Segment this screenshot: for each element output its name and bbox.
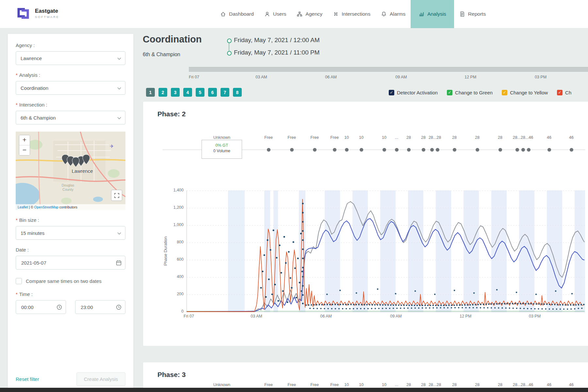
date-input[interactable] — [21, 260, 121, 266]
chevron-down-icon — [117, 117, 121, 119]
leaflet-link[interactable]: Leaflet — [18, 205, 28, 209]
time-from-input[interactable] — [21, 304, 61, 310]
pattern-label: 46 — [547, 135, 551, 140]
change-to-yellow-checkbox[interactable]: ✓ — [502, 90, 507, 95]
intersection-select[interactable]: 6th & Champion — [16, 111, 125, 124]
time-to-input[interactable] — [80, 304, 121, 310]
phase-button-6[interactable]: 6 — [208, 88, 217, 97]
pattern-label: 28 — [452, 383, 457, 387]
pattern-label: 28...28...46 — [513, 383, 533, 387]
pattern-dot — [515, 148, 519, 152]
phase-button-8[interactable]: 8 — [233, 88, 242, 97]
pattern-label: 46 — [569, 383, 574, 387]
pattern-label: ... — [395, 135, 398, 140]
x-tick: 03 AM — [251, 314, 262, 318]
pattern-dot — [360, 148, 363, 152]
y-tick: 1,000 — [162, 222, 184, 227]
range-end-text: Friday, May 7, 2021 / 11:00 PM — [234, 49, 319, 56]
phase-button-3[interactable]: 3 — [171, 88, 180, 97]
bar-chart-icon — [418, 11, 424, 17]
time-to-field[interactable] — [75, 300, 125, 314]
brand-logo[interactable]: Eastgate SOFTWARE — [16, 7, 59, 20]
legend-detector-activation: ✓ Detector Activation — [389, 88, 438, 97]
time-label: *Time : — [16, 291, 125, 297]
timeline-tick: 03 PM — [535, 75, 547, 79]
nav-item-users[interactable]: Users — [259, 0, 291, 28]
zoom-in-button[interactable]: + — [19, 135, 30, 145]
nav-item-intersections[interactable]: Intersections — [328, 0, 376, 28]
pattern-dot — [267, 148, 270, 152]
pattern-label: Unknown — [213, 135, 230, 140]
osm-link[interactable]: OpenStreetMap — [34, 205, 58, 209]
y-tick: 0 — [162, 309, 184, 314]
reset-filter-link[interactable]: Reset filter — [16, 376, 39, 382]
page-subtitle: 6th & Champion — [143, 52, 180, 57]
intersection-label: *Intersection : — [16, 102, 125, 107]
required-marker: * — [16, 291, 18, 297]
nav-item-dashboard[interactable]: Dashboard — [215, 0, 259, 28]
phase-2-pattern-strip: Unknown 0% GT 0 Volume Free Free Free Fr… — [143, 133, 585, 165]
pattern-label: 28 — [406, 135, 411, 140]
detector-activation-checkbox[interactable]: ✓ — [389, 90, 394, 95]
unknown-pattern-box: 0% GT 0 Volume — [202, 140, 242, 159]
pattern-label: 28...28 — [429, 135, 441, 140]
zoom-out-button[interactable]: − — [19, 145, 30, 155]
legend-change-to-yellow: ✓ Change to Yellow — [502, 88, 548, 97]
pattern-label: Free — [330, 135, 339, 140]
pattern-dot — [290, 148, 294, 152]
map-attribution: Leaflet | © OpenStreetMap contributors — [16, 204, 125, 210]
range-connector — [229, 42, 229, 51]
nav-item-agency[interactable]: Agency — [291, 0, 328, 28]
pattern-dot — [498, 148, 502, 152]
calendar-icon — [116, 260, 122, 266]
nav-label: Agency — [305, 11, 322, 17]
intersection-map[interactable]: Lawrence DouglasCounty ✈ + − Leaflet | ©… — [16, 132, 125, 210]
y-tick: 1,200 — [162, 205, 184, 210]
phase-button-5[interactable]: 5 — [196, 88, 204, 97]
brand-name: Eastgate — [35, 8, 59, 14]
create-analysis-button[interactable]: Create Analysis — [76, 372, 125, 386]
pattern-dot — [453, 148, 456, 152]
x-tick: 06 AM — [320, 314, 332, 318]
nav-item-alarms[interactable]: Alarms — [376, 0, 411, 28]
fullscreen-button[interactable] — [111, 190, 122, 201]
crossing-arrows-icon — [333, 11, 339, 17]
pattern-label: 46 — [569, 135, 574, 140]
required-marker: * — [16, 102, 18, 107]
pattern-dot — [570, 148, 573, 152]
nav-item-analysis[interactable]: Analysis — [411, 0, 454, 28]
brand-subtitle: SOFTWARE — [35, 15, 59, 19]
timeline-tick: 03 AM — [255, 75, 267, 79]
agency-select[interactable]: Lawrence — [16, 51, 125, 65]
analysis-select[interactable]: Coordination — [16, 81, 125, 95]
phase-button-4[interactable]: 4 — [183, 88, 192, 97]
phase-button-7[interactable]: 7 — [220, 88, 229, 97]
pattern-dot — [547, 148, 551, 152]
timeline-slider[interactable] — [189, 67, 588, 72]
pattern-label: 10 — [344, 383, 349, 387]
pattern-label: 28...28...46 — [513, 135, 533, 140]
time-from-field[interactable] — [16, 300, 66, 314]
bin-size-select[interactable]: 15 minutes — [16, 226, 125, 240]
pattern-dot — [395, 148, 399, 152]
pattern-dot — [521, 148, 525, 152]
compare-dates-row: Compare same times on two dates — [16, 278, 125, 284]
pattern-dot — [345, 148, 349, 152]
pattern-label: 10 — [382, 383, 386, 387]
nav-label: Alarms — [390, 11, 405, 17]
phase-button-2[interactable]: 2 — [158, 88, 167, 97]
compare-dates-checkbox[interactable] — [16, 278, 22, 284]
phase-button-1[interactable]: 1 — [146, 88, 155, 97]
change-to-red-checkbox[interactable]: ✓ — [557, 90, 563, 95]
change-to-green-checkbox[interactable]: ✓ — [447, 90, 452, 95]
date-field[interactable] — [16, 256, 125, 270]
nav-item-reports[interactable]: Reports — [454, 0, 491, 28]
bottom-media-bar — [0, 388, 588, 392]
pattern-label: 28 — [498, 135, 502, 140]
user-icon — [264, 11, 270, 17]
coordination-bands — [228, 190, 585, 312]
pattern-label: 28 — [475, 135, 480, 140]
chevron-down-icon — [117, 57, 121, 60]
pattern-label: 46 — [547, 383, 551, 387]
time-range-row — [16, 300, 125, 314]
